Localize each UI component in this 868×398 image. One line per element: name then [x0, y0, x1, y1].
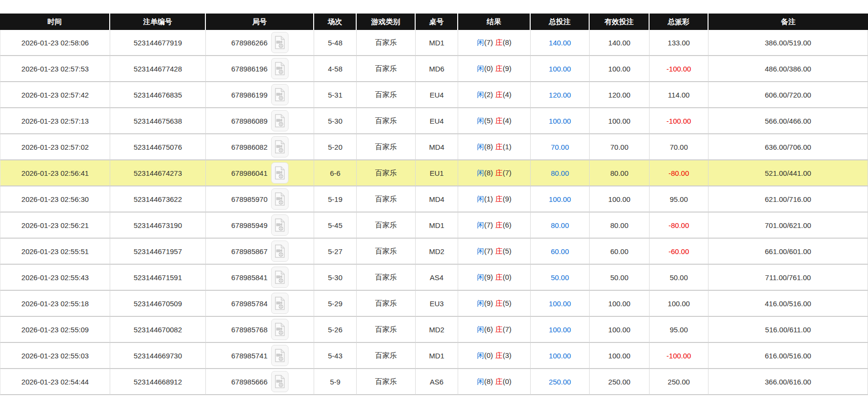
game-type-cell: 百家乐	[357, 56, 416, 82]
remark-cell: 521.00/441.00	[709, 160, 868, 186]
round-number-cell: 678985784	[206, 291, 314, 317]
result-cell: 闲(7)庄(6)	[458, 213, 531, 239]
video-replay-button[interactable]	[271, 267, 289, 288]
game-type-cell: 百家乐	[357, 30, 416, 56]
total-bet-link[interactable]: 120.00	[549, 91, 571, 99]
session-cell: 5-29	[314, 291, 357, 317]
video-replay-button[interactable]	[271, 319, 289, 340]
banker-result-label: 庄	[495, 90, 503, 99]
total-bet-cell: 100.00	[531, 343, 590, 369]
total-bet-link[interactable]: 50.00	[551, 273, 569, 282]
total-bet-cell: 100.00	[531, 56, 590, 82]
round-number: 678986089	[231, 117, 267, 125]
video-replay-button[interactable]	[271, 371, 289, 392]
player-result-score: (9)	[484, 273, 493, 281]
table-row[interactable]: 2026-01-23 02:55:51 523144671957 6789858…	[0, 239, 868, 265]
video-replay-button[interactable]	[271, 58, 289, 79]
total-bet-link[interactable]: 100.00	[549, 299, 571, 308]
total-payout-cell: 250.00	[650, 369, 709, 395]
video-replay-button[interactable]	[271, 241, 289, 262]
bet-number-cell: 523144675076	[110, 134, 206, 160]
total-bet-link[interactable]: 80.00	[551, 169, 569, 177]
banker-result-label: 庄	[495, 273, 503, 281]
banker-result-score: (7)	[503, 325, 511, 333]
time-cell: 2026-01-23 02:55:03	[0, 343, 110, 369]
table-row[interactable]: 2026-01-23 02:56:21 523144673190 6789859…	[0, 213, 868, 239]
player-result-label: 闲	[477, 325, 484, 333]
video-replay-button[interactable]	[271, 162, 289, 184]
table-row[interactable]: 2026-01-23 02:57:02 523144675076 6789860…	[0, 134, 868, 160]
round-number: 678986082	[231, 143, 267, 151]
video-replay-button[interactable]	[271, 188, 289, 210]
table-number-cell: MD1	[416, 343, 458, 369]
total-bet-link[interactable]: 250.00	[549, 378, 571, 386]
total-bet-link[interactable]: 100.00	[549, 65, 571, 73]
table-row[interactable]: 2026-01-23 02:58:06 523144677919 6789862…	[0, 30, 868, 56]
time-cell: 2026-01-23 02:56:21	[0, 213, 110, 239]
remark-cell: 636.00/706.00	[709, 134, 868, 160]
total-bet-link[interactable]: 100.00	[549, 117, 571, 125]
video-replay-button[interactable]	[271, 345, 289, 366]
round-number: 678985949	[231, 221, 267, 229]
table-row[interactable]: 2026-01-23 02:57:53 523144677428 6789861…	[0, 56, 868, 82]
player-result-score: (7)	[484, 221, 493, 229]
player-result-label: 闲	[477, 351, 484, 359]
remark-cell: 366.00/616.00	[709, 369, 868, 395]
table-row[interactable]: 2026-01-23 02:56:30 523144673622 6789859…	[0, 186, 868, 213]
video-file-icon	[275, 166, 285, 180]
table-row[interactable]: 2026-01-23 02:55:03 523144669730 6789857…	[0, 343, 868, 369]
total-bet-link[interactable]: 100.00	[549, 195, 571, 203]
video-replay-button[interactable]	[271, 110, 289, 131]
total-bet-cell: 250.00	[531, 369, 590, 395]
player-result-score: (6)	[484, 325, 493, 333]
game-type-cell: 百家乐	[357, 160, 416, 186]
table-row[interactable]: 2026-01-23 02:57:13 523144675638 6789860…	[0, 108, 868, 134]
header-result: 结果	[458, 14, 531, 30]
total-bet-link[interactable]: 140.00	[549, 39, 571, 47]
round-number: 678985768	[231, 326, 267, 334]
total-bet-link[interactable]: 100.00	[549, 352, 571, 360]
table-row[interactable]: 2026-01-23 02:55:18 523144670509 6789857…	[0, 291, 868, 317]
table-row[interactable]: 2026-01-23 02:56:41 523144674273 6789860…	[0, 160, 868, 186]
result-cell: 闲(6)庄(7)	[458, 317, 531, 343]
player-result-score: (1)	[484, 195, 493, 203]
valid-bet-cell: 60.00	[590, 239, 650, 265]
total-payout-cell: -100.00	[650, 108, 709, 134]
bet-number-cell: 523144668912	[110, 369, 206, 395]
bet-number-cell: 523144671591	[110, 265, 206, 291]
banker-result-score: (8)	[503, 38, 511, 46]
total-bet-cell: 80.00	[531, 213, 590, 239]
total-bet-link[interactable]: 70.00	[551, 143, 569, 151]
total-payout-cell: -60.00	[650, 239, 709, 265]
total-bet-link[interactable]: 80.00	[551, 221, 569, 229]
banker-result-score: (3)	[503, 351, 511, 359]
video-replay-button[interactable]	[271, 214, 289, 236]
video-replay-button[interactable]	[271, 32, 289, 53]
valid-bet-cell: 250.00	[590, 369, 650, 395]
total-payout-cell: 133.00	[650, 30, 709, 56]
table-row[interactable]: 2026-01-23 02:55:43 523144671591 6789858…	[0, 265, 868, 291]
total-payout-cell: 70.00	[650, 134, 709, 160]
banker-result-label: 庄	[495, 142, 503, 151]
table-number-cell: MD6	[416, 56, 458, 82]
total-bet-link[interactable]: 100.00	[549, 326, 571, 334]
valid-bet-cell: 80.00	[590, 160, 650, 186]
total-bet-link[interactable]: 60.00	[551, 247, 569, 256]
result-cell: 闲(5)庄(4)	[458, 108, 531, 134]
round-number: 678985741	[231, 352, 267, 360]
table-row[interactable]: 2026-01-23 02:55:09 523144670082 6789857…	[0, 317, 868, 343]
round-number: 678985841	[231, 273, 267, 282]
total-payout-cell: -100.00	[650, 56, 709, 82]
time-cell: 2026-01-23 02:56:41	[0, 160, 110, 186]
remark-cell: 486.00/386.00	[709, 56, 868, 82]
round-number: 678985666	[231, 378, 267, 386]
video-replay-button[interactable]	[271, 136, 289, 157]
video-replay-button[interactable]	[271, 293, 289, 314]
video-file-icon	[275, 192, 285, 206]
banker-result-label: 庄	[495, 116, 503, 125]
valid-bet-cell: 100.00	[590, 343, 650, 369]
table-row[interactable]: 2026-01-23 02:57:42 523144676835 6789861…	[0, 82, 868, 108]
player-result-score: (0)	[484, 351, 493, 359]
table-row[interactable]: 2026-01-23 02:54:44 523144668912 6789856…	[0, 369, 868, 395]
video-replay-button[interactable]	[271, 84, 289, 105]
